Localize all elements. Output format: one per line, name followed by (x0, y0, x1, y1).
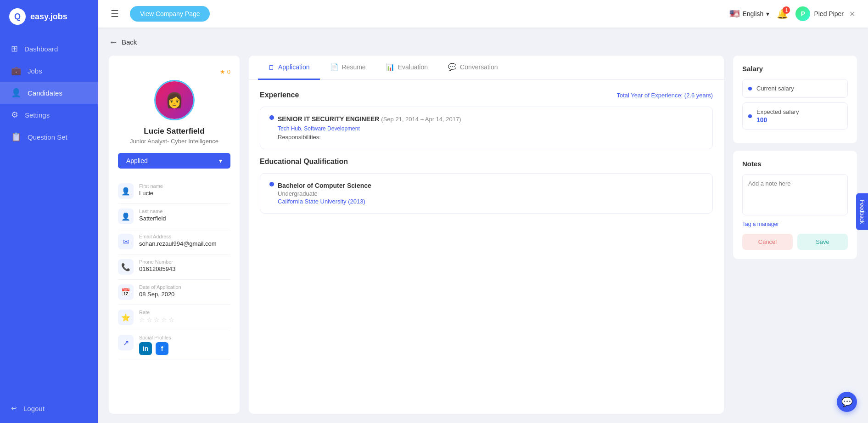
back-arrow-icon: ← (109, 37, 118, 47)
star-4[interactable]: ☆ (161, 316, 167, 323)
current-salary-wrap: Current salary (756, 85, 794, 92)
experience-meta: Total Year of Experience: (2.6 years) (616, 92, 713, 99)
main-content-panel: 🗒 Application 📄 Resume 📊 Evaluation 💬 Co… (249, 56, 724, 414)
social-label: Social Profiles (139, 335, 171, 340)
date-value: 08 Sep, 2020 (139, 291, 181, 298)
back-button[interactable]: ← Back (109, 37, 857, 47)
date-label: Date of Application (139, 284, 181, 290)
sidebar-item-dashboard[interactable]: ⊞ Dashboard (0, 38, 98, 60)
logout-label: Logout (23, 405, 45, 412)
tab-evaluation[interactable]: 📊 Evaluation (376, 56, 438, 80)
first-name-value: Lucie (139, 190, 163, 197)
expected-salary-value: 100 (756, 116, 799, 124)
application-tab-icon: 🗒 (268, 63, 275, 71)
experience-tags: Tech Hub, Software Development (278, 125, 703, 132)
phone-icon: 📞 (118, 259, 134, 275)
education-detail: Bachelor of Computer Science Undergradua… (278, 182, 371, 205)
tab-conversation-label: Conversation (460, 63, 498, 71)
right-panel: Salary Current salary Expected salary 10… (733, 56, 857, 414)
cancel-button[interactable]: Cancel (742, 234, 793, 250)
tag-manager-link[interactable]: Tag a manager (742, 221, 848, 227)
expected-salary-wrap: Expected salary 100 (756, 108, 799, 124)
candidate-name: Lucie Satterfield (144, 127, 204, 136)
language-label: English (742, 10, 763, 17)
avatar: 👩 (154, 80, 195, 120)
language-selector[interactable]: 🇺🇸 English ▾ (729, 9, 769, 19)
tab-content: Experience Total Year of Experience: (2.… (249, 80, 724, 414)
sidebar-item-question-set[interactable]: 📋 Question Set (0, 126, 98, 148)
experience-card: SENIOR IT SECURITY ENGINEER (Sep 21, 201… (260, 107, 713, 149)
feedback-side-tab[interactable]: Feedback (856, 193, 868, 230)
info-first-name: 👤 First name Lucie (118, 179, 230, 204)
experience-job-title: SENIOR IT SECURITY ENGINEER (Sep 21, 201… (278, 115, 703, 123)
person-icon: 👤 (118, 209, 134, 224)
info-phone: 📞 Phone Number 01612085943 (118, 254, 230, 280)
experience-detail: SENIOR IT SECURITY ENGINEER (Sep 21, 201… (278, 115, 703, 141)
last-name-value: Satterfield (139, 215, 166, 222)
chat-icon: 💬 (841, 396, 853, 407)
resume-tab-icon: 📄 (330, 63, 339, 71)
experience-header: Experience Total Year of Experience: (2.… (260, 91, 713, 99)
note-textarea[interactable] (742, 174, 848, 215)
view-company-button[interactable]: View Company Page (130, 6, 210, 22)
tab-conversation[interactable]: 💬 Conversation (438, 56, 508, 80)
info-date: 📅 Date of Application 08 Sep, 2020 (118, 280, 230, 305)
company-avatar: P (795, 6, 810, 21)
menu-icon[interactable]: ☰ (111, 8, 119, 19)
notification-badge: 1 (783, 6, 790, 14)
education-row: Bachelor of Computer Science Undergradua… (269, 182, 703, 205)
bullet-icon (269, 182, 274, 186)
experience-row: SENIOR IT SECURITY ENGINEER (Sep 21, 201… (269, 115, 703, 141)
salary-dot-icon (748, 87, 752, 90)
linkedin-button[interactable]: in (139, 342, 152, 355)
rate-label: Rate (139, 310, 174, 315)
sidebar-item-jobs[interactable]: 💼 Jobs (0, 60, 98, 82)
education-level: Undergraduate (278, 190, 371, 197)
evaluation-tab-icon: 📊 (386, 63, 395, 71)
email-label: Email Address (139, 234, 217, 239)
candidate-title: Junior Analyst- Cyber Intelligence (130, 138, 218, 145)
close-icon[interactable]: ✕ (849, 10, 855, 18)
tab-application[interactable]: 🗒 Application (258, 56, 320, 80)
education-title: Educational Qualification (260, 158, 348, 166)
phone-label: Phone Number (139, 259, 176, 265)
experience-responsibilities: Responsibilities: (278, 134, 703, 141)
chat-float-button[interactable]: 💬 (837, 392, 857, 412)
education-card: Bachelor of Computer Science Undergradua… (260, 173, 713, 214)
email-value: sohan.rezaul994@gmail.com (139, 240, 217, 247)
page-content: ← Back ★ 0 👩 Lucie Satterfield Junior An… (98, 28, 868, 423)
save-button[interactable]: Save (797, 234, 848, 250)
experience-title: Experience (260, 91, 299, 99)
tab-evaluation-label: Evaluation (398, 63, 428, 71)
current-salary-item: Current salary (742, 79, 848, 98)
star-5[interactable]: ☆ (168, 316, 174, 323)
stars-row: ☆ ☆ ☆ ☆ ☆ (139, 316, 174, 323)
star-1[interactable]: ☆ (139, 316, 145, 323)
status-dropdown[interactable]: Applied ▾ (118, 153, 230, 169)
chevron-down-icon: ▾ (219, 157, 222, 164)
logout-button[interactable]: ↩ Logout (0, 398, 98, 418)
main-area: ☰ View Company Page 🇺🇸 English ▾ 🔔 1 P P… (98, 0, 868, 423)
company-name: Pied Piper (814, 10, 844, 17)
expected-salary-item: Expected salary 100 (742, 102, 848, 130)
tab-resume[interactable]: 📄 Resume (320, 56, 376, 80)
dashboard-icon: ⊞ (11, 44, 18, 54)
notes-title: Notes (742, 160, 848, 168)
last-name-label: Last name (139, 209, 166, 214)
logo-text: easy.jobs (30, 12, 67, 22)
notification-button[interactable]: 🔔 1 (777, 8, 788, 19)
sidebar-item-settings[interactable]: ⚙ Settings (0, 104, 98, 126)
star-2[interactable]: ☆ (146, 316, 152, 323)
star-icon: ⭐ (118, 310, 134, 325)
salary-dot-icon (748, 114, 752, 118)
sidebar-item-candidates[interactable]: 👤 Candidates (0, 82, 98, 104)
logo: Q easy.jobs (0, 0, 98, 33)
email-icon: ✉ (118, 234, 134, 249)
facebook-button[interactable]: f (156, 342, 168, 355)
company-selector[interactable]: P Pied Piper ✕ (795, 6, 855, 21)
star-3[interactable]: ☆ (154, 316, 160, 323)
tab-application-label: Application (278, 63, 310, 71)
logo-icon: Q (9, 8, 26, 25)
expected-salary-label: Expected salary (756, 108, 799, 115)
topbar: ☰ View Company Page 🇺🇸 English ▾ 🔔 1 P P… (98, 0, 868, 28)
